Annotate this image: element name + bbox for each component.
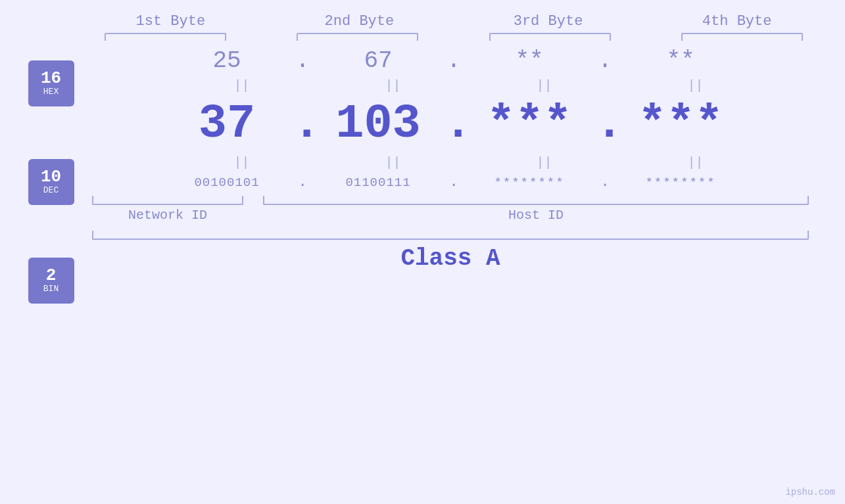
byte2-header: 2nd Byte [287, 13, 431, 30]
hex-dot2: . [444, 47, 464, 74]
byte4-bracket [681, 33, 803, 41]
hex-b2-cell: 67 [312, 47, 444, 74]
byte3-bracket [489, 33, 611, 41]
network-id-bracket [92, 196, 243, 205]
class-label: Class A [92, 245, 809, 272]
dec-dot1: . [293, 97, 312, 151]
network-id-label: Network ID [92, 208, 243, 223]
hex-b1-cell: 25 [161, 47, 293, 74]
main-container: 1st Byte 2nd Byte 3rd Byte 4th Byte 16 [0, 0, 845, 504]
badges-column: 16 HEX 10 DEC 2 BIN [0, 47, 92, 336]
values-area: 25 . 67 . ** . ** [92, 47, 845, 272]
watermark: ipshu.com [785, 487, 835, 497]
dec-b4-cell: *** [615, 97, 746, 151]
bin-badge: 2 BIN [28, 258, 74, 304]
bin-dot2: . [444, 174, 464, 191]
byte2-bracket [297, 33, 418, 41]
dec-dot3: . [595, 97, 615, 151]
dec-b3-cell: *** [464, 97, 595, 151]
bin-b3-cell: ******** [464, 175, 595, 190]
equals-row-1: || || || || [92, 78, 845, 93]
dec-dot2: . [444, 97, 464, 151]
host-id-bracket [263, 196, 809, 205]
hex-b4-cell: ** [615, 47, 746, 74]
network-host-brackets [92, 196, 809, 205]
bin-row: 00100101 . 01100111 . ******** . [92, 174, 815, 191]
byte1-bracket [105, 33, 226, 41]
bin-dot3: . [595, 174, 615, 191]
hex-badge: 16 HEX [28, 60, 74, 106]
hex-dot3: . [595, 47, 615, 74]
bin-b4-cell: ******** [615, 175, 746, 190]
middle-section: 16 HEX 10 DEC 2 BIN 25 . [0, 47, 845, 336]
dec-b2-cell: 103 [312, 97, 444, 151]
network-host-labels: Network ID Host ID [92, 208, 809, 223]
bin-b1-cell: 00100101 [161, 175, 293, 190]
hex-dot1: . [293, 47, 312, 74]
bin-dot1: . [293, 174, 312, 191]
byte3-header: 3rd Byte [476, 13, 621, 30]
class-bracket [92, 231, 809, 240]
byte4-header: 4th Byte [665, 13, 809, 30]
host-id-label: Host ID [263, 208, 809, 223]
dec-b1-cell: 37 [161, 97, 293, 151]
byte1-header: 1st Byte [98, 13, 243, 30]
hex-row: 25 . 67 . ** . ** [92, 47, 815, 74]
dec-badge: 10 DEC [28, 159, 74, 205]
dec-row: 37 . 103 . *** . *** [92, 97, 815, 151]
equals-row-2: || || || || [92, 155, 845, 170]
hex-b3-cell: ** [464, 47, 595, 74]
bin-b2-cell: 01100111 [312, 175, 444, 190]
